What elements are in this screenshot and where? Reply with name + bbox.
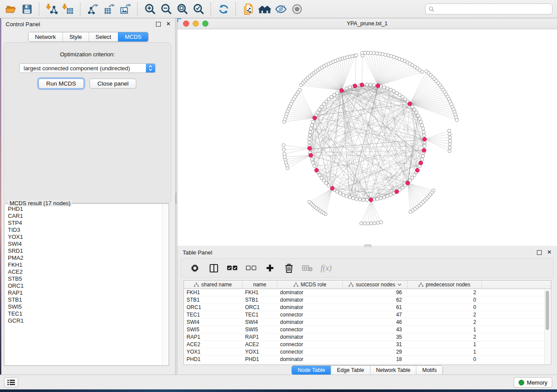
mcds-result-scrollbar[interactable] [162,204,168,365]
network-node[interactable] [282,144,285,147]
network-node[interactable] [313,164,316,168]
network-canvas[interactable] [177,29,557,246]
show-columns-button[interactable] [208,261,219,275]
export-network-button[interactable] [85,1,101,17]
delete-table-button[interactable] [302,261,313,275]
column-header-predecessor-nodes[interactable]: predecessor nodes [408,281,482,289]
close-panel-icon[interactable]: ✕ [547,250,552,254]
search-input[interactable] [437,5,552,13]
network-node[interactable] [379,196,383,200]
mcds-result-item[interactable]: ACE2 [5,268,163,275]
mcds-result-item[interactable]: FKH1 [5,261,163,268]
network-node[interactable] [423,144,426,148]
table-row[interactable]: FKH1FKH1dominator962 [184,289,551,296]
tab-select[interactable]: Select [89,32,118,41]
network-node[interactable] [311,161,315,165]
network-node[interactable] [448,146,452,149]
network-node[interactable] [316,111,319,114]
network-node[interactable] [336,91,339,95]
tab-network-table[interactable]: Network Table [370,366,416,375]
close-panel-button[interactable]: Close panel [90,79,136,89]
save-session-button[interactable] [19,1,35,17]
table-row[interactable]: YOX1YOX1connector291 [184,348,551,356]
mcds-result-item[interactable]: CAR1 [5,213,163,220]
network-node[interactable] [283,152,286,156]
network-node[interactable] [383,196,386,199]
column-header-successor-nodes[interactable]: successor nodes [343,281,408,289]
network-node[interactable] [422,134,426,137]
network-node[interactable] [418,117,422,120]
network-node[interactable] [422,130,426,134]
mcds-result-item[interactable]: STB5 [5,275,163,282]
network-node[interactable] [420,70,424,74]
network-node[interactable] [372,83,376,87]
column-header-MCDS-role[interactable]: MCDS role [277,281,343,289]
network-node[interactable] [392,89,396,93]
network-node[interactable] [409,210,412,214]
network-node[interactable] [415,111,418,114]
tab-motifs[interactable]: Motifs [416,366,442,375]
network-node[interactable] [298,88,302,92]
table-row[interactable]: STB1STB1dominator620 [184,296,551,304]
network-node[interactable] [448,136,452,139]
mcds-result-item[interactable]: PHD1 [5,206,163,213]
network-node[interactable] [363,222,367,225]
network-node[interactable] [362,198,365,202]
network-node[interactable] [365,198,369,202]
network-node[interactable] [416,114,420,117]
table-row[interactable]: SWI5SWI5connector431 [184,326,551,334]
network-node[interactable] [309,127,313,131]
network-node[interactable] [308,141,311,144]
table-scrollbar[interactable] [544,289,550,364]
network-node[interactable] [308,130,312,134]
network-dominator-node[interactable] [419,161,423,165]
export-table-button[interactable] [101,1,117,17]
network-dominator-node[interactable] [315,168,318,172]
table-row[interactable]: PHD1PHD1dominator180 [184,356,551,363]
mcds-result-item[interactable]: TEC1 [5,310,163,317]
network-node[interactable] [355,197,358,201]
network-node[interactable] [395,91,399,95]
network-node[interactable] [455,118,459,122]
optimization-criterion-select[interactable]: largest connected component (undirected) [19,63,156,73]
mcds-result-item[interactable]: SWI5 [5,303,163,310]
network-node[interactable] [352,196,355,200]
network-node[interactable] [345,195,348,198]
table-row[interactable]: RAP1RAP1dominator352 [184,334,551,341]
network-node[interactable] [310,124,314,127]
network-node[interactable] [448,132,451,136]
network-dominator-node[interactable] [422,138,426,141]
network-node[interactable] [421,155,425,158]
mcds-result-item[interactable]: RAP1 [5,289,163,296]
mcds-result-item[interactable]: TID3 [5,227,163,234]
zoom-selected-button[interactable] [190,1,207,17]
network-node[interactable] [380,220,383,224]
refresh-view-button[interactable] [215,1,232,17]
network-node[interactable] [318,173,322,177]
network-node[interactable] [358,198,362,201]
table-settings-button[interactable] [189,261,201,275]
network-node[interactable] [282,148,286,151]
task-history-button[interactable] [4,377,18,388]
tab-node-table[interactable]: Node Table [292,366,331,375]
tab-style[interactable]: Style [62,32,89,41]
mcds-result-item[interactable]: PMA2 [5,254,163,261]
network-node[interactable] [448,139,452,143]
network-node[interactable] [383,86,386,89]
network-dominator-node[interactable] [369,198,373,202]
network-node[interactable] [419,120,423,124]
network-dominator-node[interactable] [309,153,313,157]
zoom-in-button[interactable] [142,1,158,17]
network-node[interactable] [420,158,424,162]
network-node[interactable] [308,200,311,204]
network-node[interactable] [376,197,379,201]
network-node[interactable] [308,137,311,141]
network-node[interactable] [345,87,348,90]
open-session-button[interactable] [3,1,19,17]
tab-network[interactable]: Network [28,32,62,41]
add-column-button[interactable] [264,261,276,275]
table-row[interactable]: ORC1ORC1dominator610 [184,304,551,311]
table-row[interactable]: TEC1TEC1connector472 [184,311,551,319]
mcds-result-item[interactable]: SWI4 [5,241,163,248]
unselect-all-columns-button[interactable] [246,261,257,275]
